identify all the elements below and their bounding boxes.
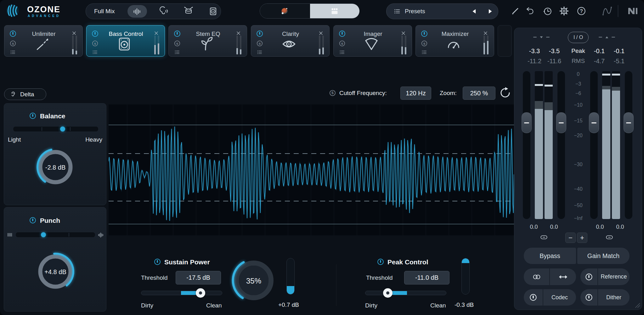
- undo-icon[interactable]: [525, 6, 535, 16]
- punch-power-icon[interactable]: [29, 216, 37, 224]
- input-gain-fader-l-track[interactable]: [523, 71, 530, 219]
- list-icon[interactable]: [421, 49, 428, 55]
- solo-icon[interactable]: S: [91, 40, 99, 47]
- gain-match-button[interactable]: Gain Match: [577, 248, 630, 264]
- presets-button[interactable]: Presets: [405, 8, 425, 15]
- output-gain-fader-l-track[interactable]: [590, 71, 598, 219]
- input-gain-fader-l-handle[interactable]: [522, 112, 532, 133]
- solo-icon[interactable]: S: [9, 40, 17, 47]
- balance-knob[interactable]: -2.8 dB: [29, 140, 82, 194]
- waveform-icon[interactable]: [132, 7, 142, 16]
- list-icon[interactable]: [173, 49, 181, 55]
- delta-button[interactable]: Delta: [4, 88, 46, 100]
- punch-slider-handle[interactable]: [41, 232, 46, 237]
- module-power-icon[interactable]: [338, 30, 346, 38]
- advanced-view-button[interactable]: [310, 4, 359, 18]
- tab-stem-eq[interactable]: Stem EQS: [168, 25, 247, 57]
- swap-channels-button[interactable]: [550, 268, 576, 285]
- solo-icon[interactable]: S: [173, 40, 181, 47]
- drums-icon[interactable]: [184, 6, 194, 16]
- peak-threshold-field[interactable]: -11.0 dB: [404, 271, 449, 284]
- sustain-power-icon[interactable]: [153, 258, 161, 266]
- input-gain-r-value[interactable]: 0.0: [545, 224, 563, 230]
- simple-view-button[interactable]: [260, 4, 310, 18]
- tab-unlimiter[interactable]: UnlimiterS: [4, 25, 83, 57]
- balance-slider[interactable]: [13, 126, 99, 132]
- list-icon[interactable]: [91, 49, 99, 55]
- gain-decrement-button[interactable]: −: [565, 233, 576, 243]
- output-gain-fader-l-handle[interactable]: [589, 112, 599, 133]
- preset-next-icon[interactable]: [487, 8, 494, 15]
- module-power-icon[interactable]: [420, 30, 428, 38]
- tab-bass-control[interactable]: Bass ControlS: [86, 25, 165, 57]
- pencil-icon[interactable]: [510, 6, 520, 16]
- balance-power-icon[interactable]: [29, 112, 37, 120]
- sustain-amount-knob[interactable]: 35%: [225, 252, 282, 309]
- list-icon[interactable]: [256, 49, 263, 55]
- rms-row-label[interactable]: RMS: [568, 58, 588, 65]
- input-gain-fader-r-track[interactable]: [557, 71, 565, 219]
- tab-maximizer[interactable]: MaximizerS: [415, 25, 494, 57]
- stem-eq-icon: [198, 36, 215, 52]
- sustain-threshold-field[interactable]: -17.5 dB: [176, 271, 221, 284]
- meter-collapse-left[interactable]: [533, 35, 550, 39]
- peak-tone-slider[interactable]: [365, 291, 446, 295]
- zoom-field[interactable]: 250 %: [463, 87, 495, 100]
- peak-tone-handle[interactable]: [383, 288, 393, 298]
- help-icon[interactable]: ?: [576, 6, 587, 16]
- module-power-icon[interactable]: [9, 30, 17, 38]
- empty-module-slot[interactable]: [498, 25, 512, 57]
- module-power-icon[interactable]: [256, 30, 264, 38]
- resize-handle-icon[interactable]: [633, 301, 640, 308]
- output-gain-l-value[interactable]: 0.0: [590, 224, 609, 230]
- peak-row-label[interactable]: Peak: [568, 48, 588, 54]
- solo-icon[interactable]: S: [338, 40, 346, 47]
- input-link-icon[interactable]: [538, 233, 550, 241]
- balance-min-label: Light: [8, 136, 21, 143]
- section-divider: [336, 264, 336, 306]
- solo-icon[interactable]: S: [421, 40, 428, 47]
- meter-collapse-right[interactable]: [599, 35, 615, 39]
- reference-button[interactable]: Reference: [598, 268, 630, 285]
- solo-icon[interactable]: S: [329, 89, 336, 97]
- solo-icon[interactable]: S: [256, 40, 263, 47]
- gear-icon[interactable]: [559, 6, 569, 16]
- stereo-mono-button[interactable]: [524, 268, 549, 285]
- loop-reset-icon[interactable]: [499, 86, 512, 99]
- history-icon[interactable]: [542, 6, 553, 16]
- punch-knob[interactable]: +4.8 dB: [29, 245, 82, 298]
- output-gain-r-value[interactable]: 0.0: [611, 224, 630, 230]
- dither-button[interactable]: Dither: [598, 289, 630, 306]
- slider-tick: [69, 233, 69, 237]
- svg-text:S: S: [12, 42, 14, 45]
- waveform-display[interactable]: [109, 104, 514, 235]
- output-link-icon[interactable]: [604, 233, 615, 241]
- speaker-icon[interactable]: [208, 6, 218, 16]
- list-icon[interactable]: [338, 49, 346, 55]
- sustain-tone-slider[interactable]: [141, 291, 222, 295]
- module-power-icon[interactable]: [173, 30, 181, 38]
- bypass-button[interactable]: Bypass: [524, 248, 576, 264]
- output-gain-fader-r-handle[interactable]: [624, 112, 634, 133]
- tab-clarity[interactable]: ClarityS: [251, 25, 330, 57]
- balance-slider-handle[interactable]: [60, 127, 65, 132]
- mix-selector-label[interactable]: Full Mix: [94, 8, 115, 15]
- tab-imager[interactable]: ImagerS: [333, 25, 412, 57]
- input-gain-fader-r-handle[interactable]: [556, 112, 566, 133]
- punch-slider[interactable]: [15, 232, 95, 238]
- reference-power-button[interactable]: [580, 268, 597, 285]
- io-title-badge[interactable]: I / O: [568, 32, 589, 43]
- module-power-icon[interactable]: [91, 30, 99, 38]
- vocal-icon[interactable]: [159, 6, 169, 16]
- gain-increment-button[interactable]: +: [577, 233, 587, 243]
- output-gain-fader-r-track[interactable]: [625, 71, 632, 219]
- list-icon[interactable]: [9, 49, 17, 55]
- dither-power-button[interactable]: [580, 289, 597, 306]
- codec-power-button[interactable]: [524, 289, 543, 306]
- codec-button[interactable]: Codec: [543, 289, 576, 306]
- input-gain-l-value[interactable]: 0.0: [524, 224, 543, 230]
- peak-power-icon[interactable]: [376, 258, 385, 266]
- preset-prev-icon[interactable]: [471, 8, 478, 15]
- cutoff-frequency-field[interactable]: 120 Hz: [400, 87, 431, 100]
- sustain-tone-handle[interactable]: [196, 288, 205, 298]
